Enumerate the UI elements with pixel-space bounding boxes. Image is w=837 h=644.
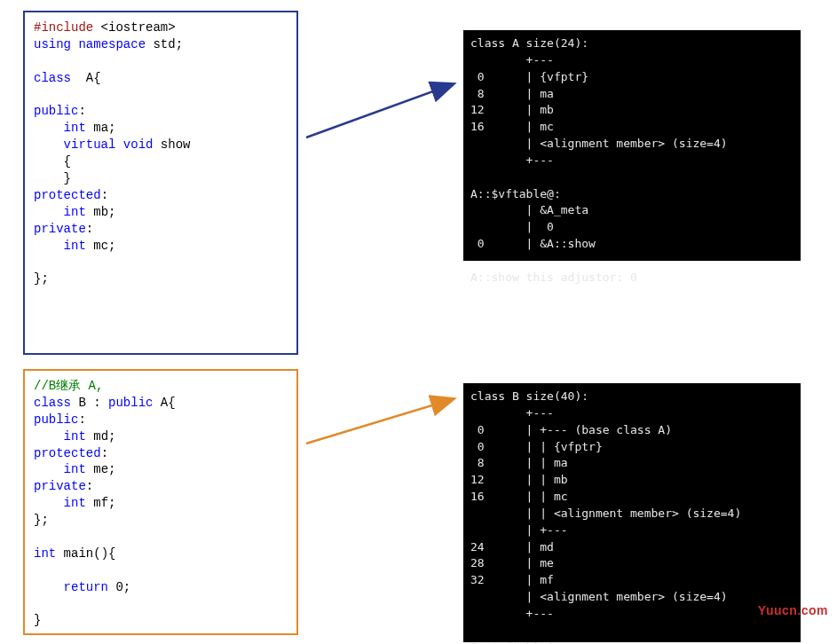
term-line: | +---: [470, 523, 568, 537]
comment-inherit: //B继承 A,: [34, 379, 103, 393]
kw-protected: protected: [34, 188, 101, 202]
svg-line-1: [306, 399, 453, 444]
term-line: 28 | me: [470, 556, 554, 569]
var-me: me;: [86, 462, 116, 476]
ns-std: std;: [146, 37, 183, 51]
var-mb: mb;: [86, 205, 116, 219]
term-line: 32 | mf: [470, 573, 554, 586]
term-line: A::show this adjustor: 0: [470, 271, 637, 284]
term-line: +---: [470, 153, 554, 167]
kw-int: int: [64, 239, 86, 253]
var-mf: mf;: [86, 496, 116, 510]
term-line: class A size(24):: [470, 36, 588, 50]
return-zero: 0;: [108, 580, 130, 594]
class-b-decl: B :: [71, 396, 108, 410]
var-ma: ma;: [86, 121, 116, 135]
arrow-a-icon: [302, 75, 462, 146]
term-line: 0 | {vfptr}: [470, 70, 588, 83]
kw-int: int: [64, 429, 86, 444]
code-block-class-a: #include <iostream> using namespace std;…: [23, 11, 298, 355]
watermark-text: Yuucn.com: [758, 603, 828, 617]
kw-namespace: namespace: [78, 37, 146, 51]
term-line: | | <alignment member> (size=4): [470, 507, 741, 520]
code-block-class-b: //B继承 A, class B : public A{ public: int…: [23, 369, 298, 635]
kw-class: class: [34, 71, 71, 85]
term-line: | <alignment member> (size=4): [470, 137, 728, 150]
term-line: 0 | &A::show: [470, 237, 596, 250]
var-md: md;: [86, 429, 116, 444]
term-line: 8 | ma: [470, 87, 554, 100]
indent: [34, 429, 64, 444]
include-header: <iostream>: [93, 20, 175, 35]
class-end: };: [34, 271, 49, 286]
kw-protected: protected: [34, 446, 101, 460]
class-end: };: [34, 513, 49, 527]
terminal-class-b-layout: class B size(40): +--- 0 | +--- (base cl…: [463, 383, 801, 642]
var-mc: mc;: [86, 239, 116, 253]
kw-int: int: [64, 496, 86, 510]
term-line: 8 | | ma: [470, 456, 568, 469]
kw-using: using: [34, 37, 71, 51]
brace-open: {: [34, 154, 71, 169]
term-line: A::$vftable@:: [470, 187, 561, 200]
colon: :: [78, 412, 85, 427]
term-line: +---: [470, 607, 554, 620]
kw-int: int: [64, 121, 86, 135]
term-line: 16 | mc: [470, 120, 554, 133]
indent: [34, 121, 64, 135]
term-line: 0 | | {vfptr}: [470, 440, 603, 453]
term-line: +---: [470, 406, 554, 420]
term-line: | &A_meta: [470, 203, 588, 216]
term-line: 16 | | mc: [470, 490, 568, 503]
svg-line-0: [306, 84, 453, 137]
kw-int: int: [64, 205, 86, 219]
brace-close: }: [34, 171, 71, 185]
colon: :: [78, 104, 85, 118]
kw-int: int: [34, 546, 56, 561]
kw-public: public: [108, 396, 153, 410]
term-line: +---: [470, 53, 554, 67]
kw-public: public: [34, 104, 78, 118]
kw-int: int: [64, 462, 86, 476]
fn-show: show: [153, 137, 190, 152]
term-line: 12 | mb: [470, 103, 554, 116]
term-line: B::$vftable@:: [470, 640, 561, 644]
kw-void: void: [123, 137, 154, 152]
colon: :: [101, 446, 108, 460]
main-end: }: [34, 613, 41, 627]
indent: [34, 462, 64, 476]
kw-private: private: [34, 222, 86, 236]
term-line: class B size(40):: [470, 389, 588, 403]
term-line: 12 | | mb: [470, 473, 568, 486]
colon: :: [86, 479, 93, 493]
term-line: | 0: [470, 220, 554, 233]
kw-virtual: virtual: [64, 137, 116, 152]
base-a: A{: [153, 396, 175, 410]
indent: [34, 496, 64, 510]
kw-return: return: [64, 580, 108, 594]
indent: [34, 137, 64, 152]
terminal-class-a-layout: class A size(24): +--- 0 | {vfptr} 8 | m…: [463, 30, 801, 261]
indent: [34, 580, 64, 594]
kw-class: class: [34, 396, 71, 410]
colon: :: [86, 222, 93, 236]
term-line: | <alignment member> (size=4): [470, 590, 728, 603]
term-line: 0 | +--- (base class A): [470, 423, 672, 436]
arrow-b-icon: [302, 390, 462, 452]
fn-main: main(){: [56, 546, 115, 561]
term-line: 24 | md: [470, 540, 554, 554]
indent: [34, 205, 64, 219]
kw-private: private: [34, 479, 86, 493]
space: [115, 137, 122, 152]
colon: :: [101, 188, 108, 202]
preproc-include: #include: [34, 20, 93, 35]
kw-public: public: [34, 412, 78, 427]
class-a-name: A{: [71, 71, 101, 85]
indent: [34, 239, 64, 253]
